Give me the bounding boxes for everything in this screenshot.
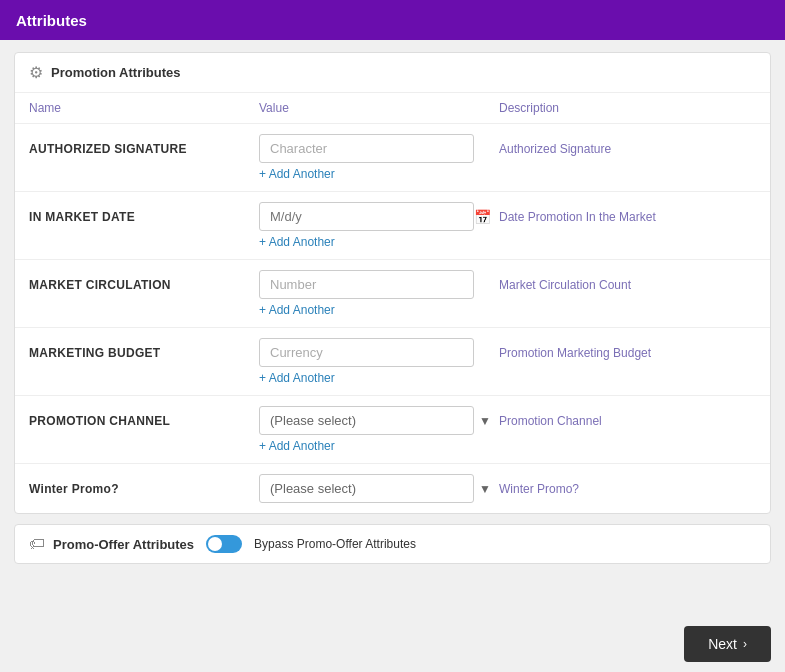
- header-bar: Attributes: [0, 0, 785, 40]
- market-circulation-description: Market Circulation Count: [499, 270, 756, 292]
- gear-settings-icon: ⚙: [29, 63, 43, 82]
- market-circulation-input[interactable]: [259, 270, 474, 299]
- bypass-label: Bypass Promo-Offer Attributes: [254, 537, 416, 551]
- promotion-channel-select[interactable]: (Please select): [259, 406, 474, 435]
- chevron-right-icon: ›: [743, 637, 747, 651]
- bypass-toggle[interactable]: [206, 535, 242, 553]
- winter-promo-select[interactable]: (Please select): [259, 474, 474, 503]
- promotion-attributes-header: ⚙ Promotion Attributes: [15, 53, 770, 93]
- toggle-thumb: [208, 537, 222, 551]
- authorized-signature-add-another[interactable]: + Add Another: [259, 167, 499, 181]
- authorized-signature-description: Authorized Signature: [499, 134, 756, 156]
- promotion-channel-select-wrapper: (Please select) ▼: [259, 406, 499, 435]
- row-market-circulation-name: MARKET CIRCULATION: [29, 270, 259, 292]
- chevron-down-icon: ▼: [479, 482, 491, 496]
- tag-icon: 🏷: [29, 535, 45, 553]
- promotion-attributes-card: ⚙ Promotion Attributes Name Value Descri…: [14, 52, 771, 514]
- promotion-channel-description: Promotion Channel: [499, 406, 756, 428]
- in-market-date-input[interactable]: [259, 202, 474, 231]
- in-market-date-add-another[interactable]: + Add Another: [259, 235, 499, 249]
- col-name-header: Name: [29, 101, 259, 115]
- header-title: Attributes: [16, 12, 87, 29]
- toggle-track: [206, 535, 242, 553]
- row-marketing-budget-name: MARKETING BUDGET: [29, 338, 259, 360]
- date-wrapper: 📅: [259, 202, 499, 231]
- winter-promo-select-wrapper: (Please select) ▼: [259, 474, 499, 503]
- row-in-market-date-value: 📅 + Add Another: [259, 202, 499, 249]
- table-row: MARKETING BUDGET + Add Another Promotion…: [15, 328, 770, 396]
- table-row: IN MARKET DATE 📅 + Add Another Date Prom…: [15, 192, 770, 260]
- next-label: Next: [708, 636, 737, 652]
- row-winter-promo-name: Winter Promo?: [29, 474, 259, 496]
- page-wrapper: Attributes ⚙ Promotion Attributes Name V…: [0, 0, 785, 672]
- col-value-header: Value: [259, 101, 499, 115]
- chevron-down-icon: ▼: [479, 414, 491, 428]
- row-in-market-date-name: IN MARKET DATE: [29, 202, 259, 224]
- promo-offer-section: 🏷 Promo-Offer Attributes Bypass Promo-Of…: [14, 524, 771, 564]
- winter-promo-description: Winter Promo?: [499, 474, 756, 496]
- table-row: AUTHORIZED SIGNATURE + Add Another Autho…: [15, 124, 770, 192]
- row-promotion-channel-name: PROMOTION CHANNEL: [29, 406, 259, 428]
- promo-offer-label: Promo-Offer Attributes: [53, 537, 194, 552]
- col-description-header: Description: [499, 101, 756, 115]
- content-area: ⚙ Promotion Attributes Name Value Descri…: [0, 40, 785, 616]
- row-market-circulation-value: + Add Another: [259, 270, 499, 317]
- market-circulation-add-another[interactable]: + Add Another: [259, 303, 499, 317]
- table-header-row: Name Value Description: [15, 93, 770, 124]
- row-marketing-budget-value: + Add Another: [259, 338, 499, 385]
- in-market-date-description: Date Promotion In the Market: [499, 202, 756, 224]
- promotion-attributes-label: Promotion Attributes: [51, 65, 181, 80]
- row-promotion-channel-value: (Please select) ▼ + Add Another: [259, 406, 499, 453]
- table-row: Winter Promo? (Please select) ▼ Winter P…: [15, 464, 770, 513]
- next-button[interactable]: Next ›: [684, 626, 771, 662]
- marketing-budget-input[interactable]: [259, 338, 474, 367]
- table-row: MARKET CIRCULATION + Add Another Market …: [15, 260, 770, 328]
- attributes-table: Name Value Description AUTHORIZED SIGNAT…: [15, 93, 770, 513]
- table-row: PROMOTION CHANNEL (Please select) ▼ + Ad…: [15, 396, 770, 464]
- promotion-channel-add-another[interactable]: + Add Another: [259, 439, 499, 453]
- footer-bar: Next ›: [0, 616, 785, 672]
- authorized-signature-input[interactable]: [259, 134, 474, 163]
- calendar-icon[interactable]: 📅: [474, 209, 491, 225]
- row-authorized-signature-name: AUTHORIZED SIGNATURE: [29, 134, 259, 156]
- row-authorized-signature-value: + Add Another: [259, 134, 499, 181]
- marketing-budget-description: Promotion Marketing Budget: [499, 338, 756, 360]
- marketing-budget-add-another[interactable]: + Add Another: [259, 371, 499, 385]
- row-winter-promo-value: (Please select) ▼: [259, 474, 499, 503]
